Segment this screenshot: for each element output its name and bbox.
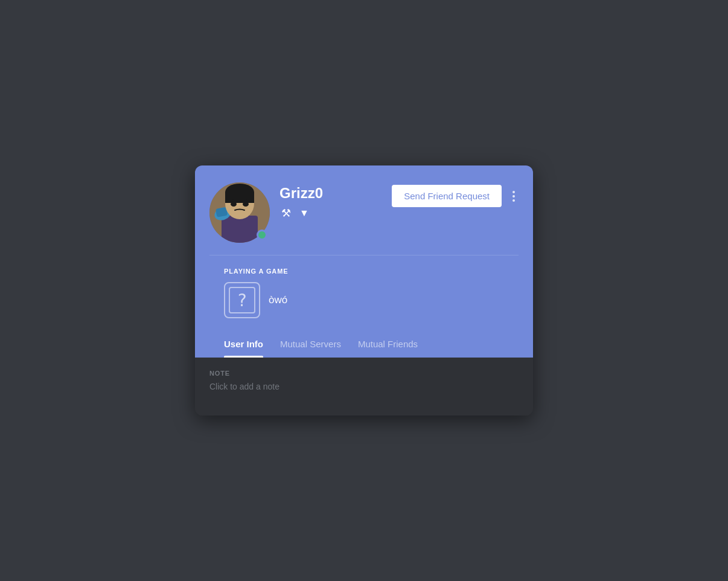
- avatar-wrapper: [209, 182, 270, 243]
- svg-point-8: [231, 202, 237, 207]
- game-icon-inner: ?: [229, 287, 255, 313]
- hypesquad-badge-icon: ▼: [298, 207, 311, 220]
- svg-rect-1: [222, 216, 258, 243]
- activity-label: PLAYING A GAME: [224, 268, 504, 275]
- dot-2: [512, 195, 515, 197]
- svg-rect-7: [225, 192, 254, 203]
- profile-header: Grizz0 ⚒ ▼ Send Friend Request PLAYING A…: [195, 165, 533, 358]
- profile-top-row: Grizz0 ⚒ ▼ Send Friend Request: [209, 182, 519, 243]
- tab-mutual-friends[interactable]: Mutual Friends: [358, 330, 418, 358]
- actions-area: Send Friend Request: [392, 182, 519, 207]
- tab-mutual-servers[interactable]: Mutual Servers: [280, 330, 341, 358]
- profile-card: Grizz0 ⚒ ▼ Send Friend Request PLAYING A…: [195, 165, 533, 416]
- dot-3: [512, 199, 515, 202]
- dot-1: [512, 191, 515, 193]
- game-name: òwó: [269, 294, 287, 306]
- game-icon: ?: [224, 282, 260, 318]
- send-friend-request-button[interactable]: Send Friend Request: [392, 185, 502, 207]
- staff-badge-icon: ⚒: [279, 207, 293, 220]
- more-options-button[interactable]: [509, 187, 519, 205]
- tab-user-info[interactable]: User Info: [224, 330, 263, 358]
- tabs-bar: User Info Mutual Servers Mutual Friends: [209, 330, 519, 358]
- badges-row: ⚒ ▼: [279, 207, 392, 220]
- username-area: Grizz0 ⚒ ▼: [270, 182, 392, 220]
- username: Grizz0: [279, 185, 392, 202]
- note-input[interactable]: Click to add a note: [209, 382, 519, 391]
- activity-row: ? òwó: [224, 282, 504, 318]
- profile-body: NOTE Click to add a note: [195, 358, 533, 416]
- note-label: NOTE: [209, 370, 519, 377]
- activity-section: PLAYING A GAME ? òwó: [209, 255, 519, 330]
- online-status-badge: [257, 230, 267, 240]
- svg-point-9: [243, 202, 249, 207]
